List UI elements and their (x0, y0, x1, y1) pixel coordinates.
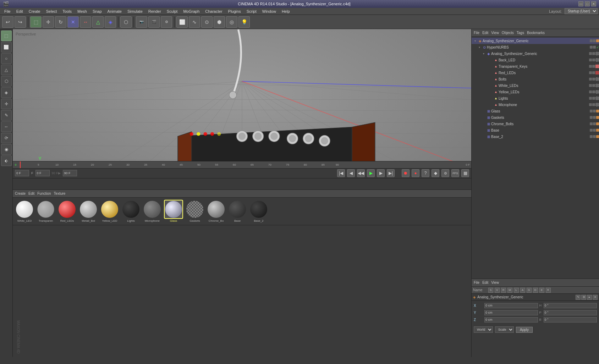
tool-circle[interactable]: ○ (1, 53, 12, 64)
material-microphone[interactable]: Microphone (143, 200, 162, 222)
mat-menu-function[interactable]: Function (37, 192, 51, 195)
obj-menu-objects[interactable]: Objects (502, 31, 514, 35)
tool-free[interactable]: ◈ (1, 87, 12, 98)
timeline-settings[interactable]: ⚙ (441, 169, 449, 177)
obj-row-synth-inner[interactable]: ▾ ◈ Analog_Synthesizer_Generic (472, 50, 599, 57)
redo-button[interactable]: ↪ (15, 16, 26, 28)
material-transparent[interactable]: Transparen (36, 200, 55, 222)
obj-menu-view[interactable]: View (491, 31, 499, 35)
obj-row-chrome-bolts[interactable]: ⊞ Chrome_Bolts (472, 121, 599, 127)
rotate-tool[interactable]: ↻ (55, 16, 66, 28)
menu-window[interactable]: Window (259, 8, 279, 15)
obj-row-glass[interactable]: ⊞ Glass (472, 108, 599, 114)
tool-sculpt[interactable]: ⬖ (1, 155, 12, 166)
material-metal-bolt[interactable]: Metall_Bol (79, 200, 98, 222)
material-white-led[interactable]: White_LED (15, 200, 34, 222)
obj-menu-bookmarks[interactable]: Bookmarks (527, 31, 545, 35)
attr-link-icon[interactable]: ⚙ (581, 295, 586, 300)
attr-icon-a[interactable]: A (520, 288, 525, 293)
coord-h-input[interactable] (544, 303, 597, 308)
obj-row-gaskets[interactable]: ⊞ Gaskets (472, 114, 599, 121)
menu-file[interactable]: File (1, 8, 13, 15)
render-settings[interactable]: ⚙ (161, 16, 172, 28)
tool-polygon[interactable]: △ (1, 65, 12, 75)
attr-icon-d[interactable]: D (533, 288, 538, 293)
attr-menu-file[interactable]: File (474, 281, 479, 285)
obj-menu-tags[interactable]: Tags (517, 31, 524, 35)
select-tool[interactable]: ⬚ (30, 16, 42, 28)
deformer-tool[interactable]: ⬢ (214, 16, 225, 28)
material-base2[interactable]: Base_2 (249, 200, 268, 222)
tool-measure[interactable]: ↔ (1, 121, 12, 132)
tool-rotate[interactable]: ⟳ (1, 133, 12, 143)
mat-menu-texture[interactable]: Texture (54, 192, 66, 195)
tool-select[interactable]: ⬚ (1, 31, 12, 41)
tool-pen[interactable]: ✎ (1, 110, 12, 121)
fps-button[interactable]: FPS (451, 169, 459, 177)
attr-icon-m[interactable]: M (507, 288, 512, 293)
attr-icon-v[interactable]: V (495, 288, 500, 293)
obj-row-base2[interactable]: ⊞ Base_2 (472, 133, 599, 140)
record-auto-button[interactable]: ⏺ (402, 169, 410, 177)
material-chrome[interactable]: Chrome_Bo (207, 200, 226, 222)
attr-more-icon[interactable]: ▸ (587, 295, 592, 300)
minimize-button[interactable]: — (578, 1, 583, 6)
coord-y-input[interactable] (484, 310, 538, 315)
attr-x-icon[interactable]: ✕ (593, 295, 598, 300)
world-dropdown[interactable]: World Local (474, 326, 493, 333)
render-view[interactable]: 🎬 (148, 16, 160, 28)
material-red-leds[interactable]: Red_LEDs (57, 200, 77, 222)
menu-sculpt[interactable]: Sculpt (164, 8, 181, 15)
menu-select[interactable]: Select (43, 8, 60, 15)
record-button[interactable]: ● (412, 169, 419, 177)
material-base[interactable]: Base (228, 200, 247, 222)
coord-z-input[interactable] (484, 317, 538, 322)
menu-edit[interactable]: Edit (13, 8, 26, 15)
goto-end-button[interactable]: ▶| (387, 169, 395, 177)
attr-icon-g[interactable]: G (527, 288, 532, 293)
layout-select[interactable]: Startup (User) (565, 8, 598, 14)
obj-row-microphone[interactable]: ▲ Microphone (472, 101, 599, 108)
menu-script[interactable]: Script (244, 8, 259, 15)
tool-move[interactable]: ✛ (1, 99, 12, 109)
menu-simulate[interactable]: Simulate (125, 8, 145, 15)
y-axis-button[interactable]: △ (92, 16, 104, 28)
menu-mesh[interactable]: Mesh (75, 8, 90, 15)
frame-start-input[interactable] (35, 170, 50, 176)
playhead[interactable] (20, 161, 21, 168)
attr-icon-r[interactable]: R (501, 288, 506, 293)
attr-icon-x[interactable]: ✕ (546, 288, 551, 293)
attr-menu-view[interactable]: View (491, 281, 499, 285)
camera-tool[interactable]: ◎ (226, 16, 237, 28)
obj-row-transparent-keys[interactable]: ▲ Transparent_Keys (472, 63, 599, 70)
coord-b-input[interactable] (544, 317, 597, 322)
light-tool[interactable]: 💡 (238, 16, 250, 28)
attr-menu-edit[interactable]: Edit (482, 281, 488, 285)
cube-tool[interactable]: ⬜ (176, 16, 188, 28)
z-axis-button[interactable]: ◈ (105, 16, 116, 28)
material-glass[interactable]: Glass (164, 200, 183, 222)
obj-row-base[interactable]: ⊞ Base (472, 127, 599, 133)
obj-menu-edit[interactable]: Edit (482, 31, 488, 35)
tool-box[interactable]: ⬜ (1, 42, 12, 53)
maximize-button[interactable]: □ (585, 1, 590, 6)
menu-snap[interactable]: Snap (90, 8, 105, 15)
play-button[interactable]: ▶ (367, 169, 375, 177)
mat-menu-edit[interactable]: Edit (28, 192, 34, 195)
apply-button[interactable]: Apply (516, 327, 533, 333)
coord-x-input[interactable] (484, 303, 538, 308)
obj-row-back-led[interactable]: ▲ Back_LED (472, 57, 599, 63)
material-lights[interactable]: Lights (121, 200, 141, 222)
tool-smooth[interactable]: ◉ (1, 144, 12, 155)
obj-row-red-leds[interactable]: ▲ Red_LEDs (472, 70, 599, 76)
scale-dropdown[interactable]: Scale (495, 326, 514, 333)
obj-menu-file[interactable]: File (474, 31, 479, 35)
menu-create[interactable]: Create (26, 8, 43, 15)
spline-tool[interactable]: ∿ (189, 16, 200, 28)
menu-mograph[interactable]: MoGraph (180, 8, 202, 15)
play-reverse-button[interactable]: ◀◀ (357, 169, 365, 177)
close-button[interactable]: ✕ (591, 1, 596, 6)
move-tool[interactable]: ✛ (43, 16, 54, 28)
obj-row-white-leds[interactable]: ▲ White_LEDs (472, 82, 599, 89)
attr-edit-icon[interactable]: ✎ (576, 295, 581, 300)
